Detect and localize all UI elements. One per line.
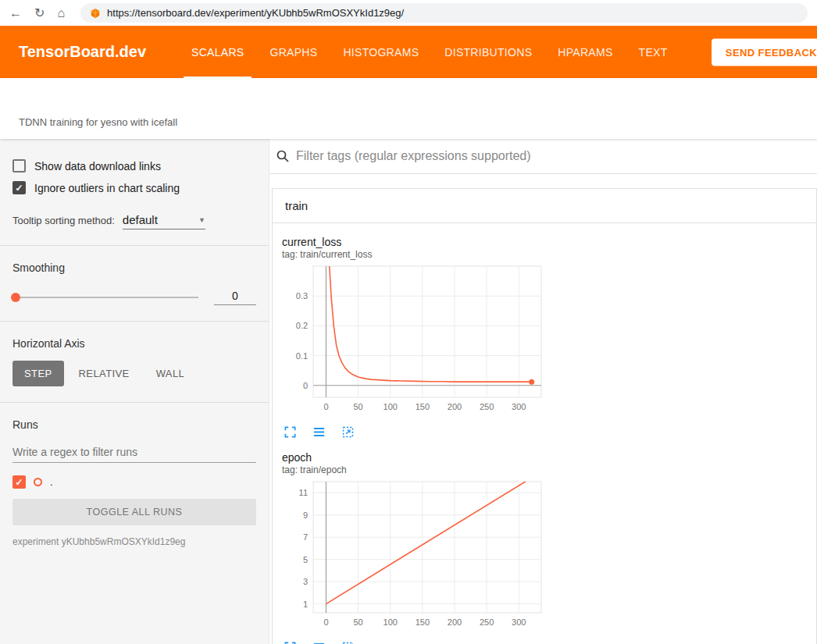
smoothing-slider-row: 0: [12, 290, 256, 305]
chart-toolbar: [282, 641, 544, 644]
tab-text[interactable]: TEXT: [631, 26, 676, 78]
runs-filter-input[interactable]: [12, 442, 256, 463]
tab-hparams[interactable]: HPARAMS: [550, 26, 620, 78]
horizontal-axis-label: Horizontal Axis: [12, 337, 256, 350]
experiment-title: TDNN training for yesno with icefall: [19, 116, 177, 128]
svg-text:250: 250: [480, 402, 494, 411]
show-download-links-row[interactable]: Show data download links: [12, 159, 256, 173]
chart-tag: tag: train/epoch: [282, 464, 544, 475]
svg-text:0: 0: [323, 617, 328, 627]
svg-text:9: 9: [303, 511, 308, 520]
send-feedback-button[interactable]: SEND FEEDBACK: [712, 38, 817, 66]
divider: [0, 402, 269, 403]
svg-text:0.3: 0.3: [296, 291, 308, 301]
run-row[interactable]: .: [12, 475, 256, 489]
svg-text:250: 250: [480, 617, 494, 627]
tab-distributions[interactable]: DISTRIBUTIONS: [437, 26, 540, 78]
svg-text:100: 100: [384, 617, 398, 627]
chart-title: current_loss: [282, 236, 544, 248]
browser-chrome: ← ↻ ⌂ https://tensorboard.dev/experiment…: [0, 0, 817, 26]
fullscreen-icon[interactable]: [284, 641, 297, 644]
runs-label: Runs: [12, 418, 256, 431]
experiment-strip: TDNN training for yesno with icefall: [0, 78, 817, 139]
svg-text:200: 200: [448, 402, 462, 411]
svg-text:3: 3: [303, 577, 308, 586]
content: Show data download links Ignore outliers…: [0, 139, 817, 644]
tooltip-sorting-row: Tooltip sorting method: default ▼: [12, 213, 256, 229]
smoothing-value[interactable]: 0: [214, 290, 256, 305]
axis-wall-button[interactable]: WALL: [144, 361, 197, 386]
svg-text:1: 1: [303, 600, 308, 609]
tab-scalars[interactable]: SCALARS: [184, 26, 252, 78]
main-panel: train current_losstag: train/current_los…: [269, 139, 817, 644]
svg-text:0.1: 0.1: [296, 351, 308, 361]
chevron-down-icon: ▼: [198, 216, 205, 224]
search-icon: [276, 149, 290, 163]
svg-text:50: 50: [353, 617, 362, 627]
divider: [0, 245, 269, 246]
back-icon[interactable]: ←: [9, 7, 22, 20]
ignore-outliers-checkbox[interactable]: [12, 181, 26, 194]
ignore-outliers-label: Ignore outliers in chart scaling: [34, 182, 180, 194]
svg-text:150: 150: [416, 617, 430, 627]
site-favicon-icon: [90, 8, 101, 19]
tooltip-sorting-value: default: [123, 213, 158, 226]
run-label: .: [50, 476, 53, 488]
svg-text:7: 7: [303, 532, 308, 542]
axis-step-button[interactable]: STEP: [12, 361, 64, 386]
chart-epoch: epochtag: train/epoch0501001502002503001…: [282, 451, 544, 644]
axis-relative-button[interactable]: RELATIVE: [67, 361, 141, 386]
run-checkbox[interactable]: [12, 475, 26, 489]
svg-text:300: 300: [512, 617, 526, 627]
data-table-icon[interactable]: [312, 425, 326, 439]
home-icon[interactable]: ⌂: [57, 7, 65, 20]
chart-canvas-epoch[interactable]: 0501001502002503001357911: [282, 479, 544, 634]
svg-text:0.2: 0.2: [296, 321, 308, 330]
chart-tag: tag: train/current_loss: [282, 249, 544, 260]
smoothing-slider[interactable]: [12, 297, 198, 298]
address-bar[interactable]: https://tensorboard.dev/experiment/yKUbh…: [80, 3, 808, 23]
svg-text:150: 150: [416, 402, 430, 411]
experiment-caption: experiment yKUbhb5wRmOSXYkId1z9eg: [12, 536, 256, 547]
chart-current_loss: current_losstag: train/current_loss05010…: [282, 236, 544, 439]
axis-buttons: STEPRELATIVEWALL: [12, 361, 256, 386]
chart-grid: current_losstag: train/current_loss05010…: [273, 223, 816, 644]
svg-text:0: 0: [303, 381, 308, 390]
data-table-icon[interactable]: [312, 641, 326, 644]
svg-text:5: 5: [303, 555, 308, 564]
tag-filter-input[interactable]: [296, 149, 809, 163]
tag-filter-row: [269, 139, 817, 174]
chart-title: epoch: [282, 451, 544, 464]
tab-histograms[interactable]: HISTOGRAMS: [335, 26, 426, 78]
fit-domain-icon[interactable]: [341, 425, 355, 439]
svg-text:200: 200: [448, 617, 462, 627]
divider: [0, 321, 269, 322]
nav-tabs: SCALARSGRAPHSHISTOGRAMSDISTRIBUTIONSHPAR…: [184, 26, 676, 78]
smoothing-label: Smoothing: [12, 262, 256, 274]
tab-graphs[interactable]: GRAPHS: [262, 26, 325, 78]
app-header: TensorBoard.dev SCALARSGRAPHSHISTOGRAMSD…: [0, 26, 817, 78]
show-download-label: Show data download links: [34, 160, 161, 173]
card-title[interactable]: train: [273, 189, 816, 223]
chart-toolbar: [282, 425, 544, 439]
chart-canvas-current_loss[interactable]: 05010015020025030000.10.20.3: [282, 264, 544, 418]
show-download-checkbox[interactable]: [12, 159, 26, 173]
settings-sidebar: Show data download links Ignore outliers…: [0, 139, 269, 644]
toggle-all-runs-button[interactable]: TOGGLE ALL RUNS: [12, 499, 256, 525]
train-card: train current_losstag: train/current_los…: [272, 188, 817, 644]
svg-text:100: 100: [384, 402, 398, 411]
svg-text:50: 50: [353, 402, 362, 411]
smoothing-slider-thumb[interactable]: [11, 293, 20, 302]
url-text: https://tensorboard.dev/experiment/yKUbh…: [107, 7, 404, 19]
svg-text:300: 300: [512, 402, 526, 411]
svg-text:11: 11: [299, 488, 308, 497]
ignore-outliers-row[interactable]: Ignore outliers in chart scaling: [12, 181, 256, 194]
fullscreen-icon[interactable]: [284, 425, 297, 439]
run-color-swatch: [34, 478, 42, 486]
app-brand: TensorBoard.dev: [19, 43, 146, 61]
fit-domain-icon[interactable]: [341, 641, 355, 644]
reload-icon[interactable]: ↻: [34, 7, 45, 20]
tooltip-sorting-dropdown[interactable]: default ▼: [123, 213, 205, 229]
tooltip-sorting-label: Tooltip sorting method:: [12, 215, 115, 229]
svg-text:0: 0: [323, 402, 328, 411]
